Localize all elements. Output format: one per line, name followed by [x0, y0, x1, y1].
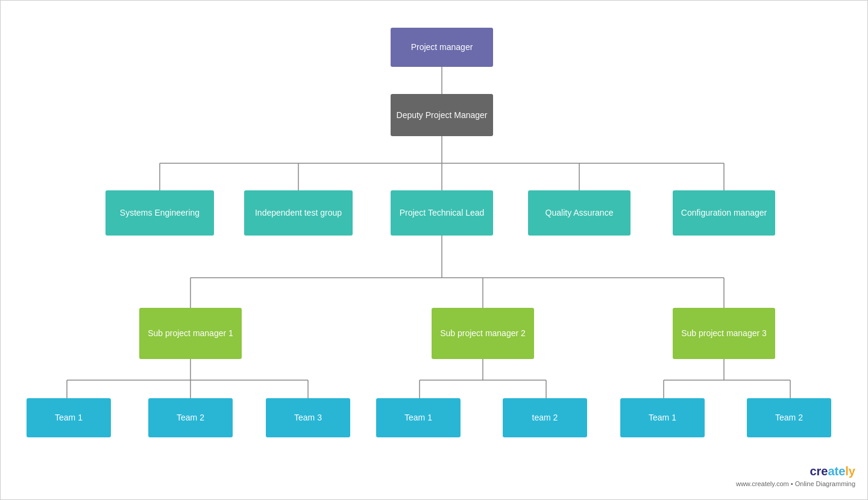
sub-pm2-node: Sub project manager 2: [432, 308, 534, 359]
watermark: creately www.creately.com • Online Diagr…: [736, 463, 855, 489]
s1-team3-node: Team 3: [266, 398, 350, 437]
s2-team1-node: Team 1: [376, 398, 461, 437]
config-manager-node: Configuration manager: [673, 190, 775, 236]
deputy-pm-node: Deputy Project Manager: [391, 94, 493, 136]
tech-lead-node: Project Technical Lead: [391, 190, 493, 236]
systems-eng-node: Systems Engineering: [105, 190, 214, 236]
quality-assurance-node: Quality Assurance: [528, 190, 631, 236]
project-manager-node: Project manager: [391, 28, 493, 67]
s2-team2-node: team 2: [503, 398, 587, 437]
sub-pm1-node: Sub project manager 1: [139, 308, 242, 359]
s1-team1-node: Team 1: [27, 398, 111, 437]
independent-test-node: Independent test group: [244, 190, 353, 236]
sub-pm3-node: Sub project manager 3: [673, 308, 775, 359]
s1-team2-node: Team 2: [148, 398, 233, 437]
s3-team2-node: Team 2: [747, 398, 831, 437]
s3-team1-node: Team 1: [620, 398, 705, 437]
